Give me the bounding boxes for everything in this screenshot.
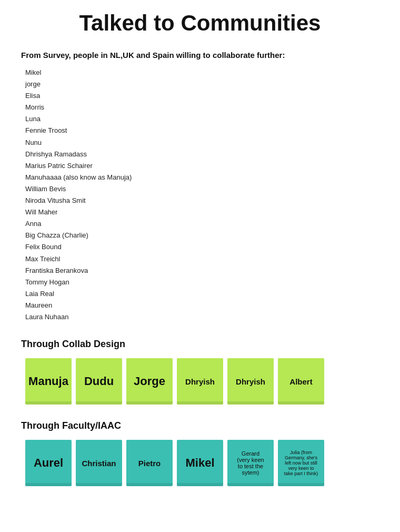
sticky-note-collab: Dhryish — [177, 358, 223, 405]
name-item: Niroda Vitusha Smit — [25, 195, 379, 206]
faculty-iaac-title: Through Faculty/IAAC — [21, 420, 379, 431]
name-item: Morris — [25, 102, 379, 113]
collab-design-grid: ManujaDuduJorgeDhryishDhryishAlbert — [25, 358, 379, 405]
page-title: Talked to Communities — [21, 11, 379, 36]
name-item: jorge — [25, 78, 379, 90]
name-item: Tommy Hogan — [25, 277, 379, 288]
name-item: Laia Real — [25, 288, 379, 300]
sticky-note-faculty: Aurel — [25, 440, 72, 486]
name-item: Big Chazza (Charlie) — [25, 230, 379, 241]
name-item: Nunu — [25, 137, 379, 149]
collab-design-title: Through Collab Design — [21, 339, 379, 350]
sticky-note-collab: Dudu — [76, 358, 122, 405]
name-item: Laura Nuhaan — [25, 311, 379, 323]
sticky-note-faculty: Pietro — [126, 440, 173, 486]
name-item: Elisa — [25, 90, 379, 102]
name-item: William Bevis — [25, 183, 379, 195]
faculty-iaac-grid: AurelChristianPietroMikelGerard (very ke… — [25, 440, 379, 486]
name-item: Max Treichl — [25, 253, 379, 265]
name-item: Maureen — [25, 300, 379, 311]
name-item: Manuhaaaa (also know as Manuja) — [25, 172, 379, 183]
sticky-note-faculty: Mikel — [177, 440, 223, 486]
name-item: Luna — [25, 113, 379, 125]
sticky-note-collab: Dhryish — [227, 358, 274, 405]
sticky-note-collab: Jorge — [126, 358, 173, 405]
name-item: Dhrishya Ramadass — [25, 149, 379, 160]
sticky-note-faculty: Gerard (very keen to test the sytem) — [227, 440, 274, 486]
sticky-note-collab: Albert — [278, 358, 324, 405]
name-item: Fennie Troost — [25, 125, 379, 136]
names-list: MikeljorgeElisaMorrisLunaFennie TroostNu… — [25, 67, 379, 323]
name-item: Will Maher — [25, 206, 379, 218]
subtitle: From Survey, people in NL,UK and Spain w… — [21, 51, 379, 60]
name-item: Frantiska Berankova — [25, 265, 379, 277]
name-item: Mikel — [25, 67, 379, 78]
name-item: Marius Patric Schairer — [25, 160, 379, 172]
sticky-note-faculty: Christian — [76, 440, 122, 486]
sticky-note-collab: Manuja — [25, 358, 72, 405]
name-item: Anna — [25, 218, 379, 230]
name-item: Felix Bound — [25, 241, 379, 253]
sticky-note-faculty: Julia (from Germany, she's left now but … — [278, 440, 324, 486]
